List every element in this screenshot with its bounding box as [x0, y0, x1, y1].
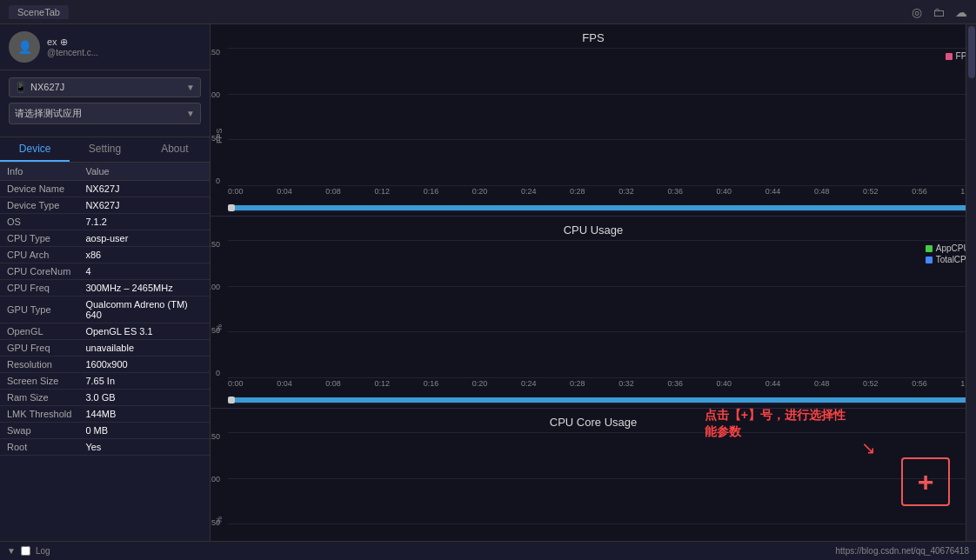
x-tick: 0:28 [570, 187, 585, 196]
legend-label: AppCPU [936, 243, 970, 253]
info-cell: OS [0, 214, 78, 230]
x-tick: 0:12 [374, 379, 390, 388]
x-tick: 0:52 [863, 379, 879, 388]
y-tick: 50 [211, 326, 220, 335]
x-tick: 0:56 [912, 379, 927, 388]
value-cell: NX627J [78, 197, 210, 214]
value-cell: x86 [78, 247, 210, 263]
value-cell: aosp-user [78, 230, 210, 247]
table-row: CPU Archx86 [0, 247, 210, 263]
table-row: CPU Freq300MHz – 2465MHz [0, 280, 210, 297]
table-row: GPU TypeQualcomm Adreno (TM) 640 [0, 297, 210, 323]
y-tick: 0 [216, 369, 220, 377]
y-tick: 100 [211, 90, 220, 99]
info-cell: Device Name [0, 181, 78, 197]
user-section: 👤 ex ⊕ @tencent.c... [0, 24, 210, 70]
arrow-down-icon: ↘ [861, 437, 876, 458]
x-tick: 0:52 [863, 187, 879, 196]
x-tick: 0:00 [228, 187, 244, 196]
value-cell: 4 [78, 263, 210, 280]
x-tick: 0:04 [277, 379, 292, 388]
x-tick: 0:32 [618, 187, 634, 196]
scrollbar-handle-left[interactable] [228, 397, 235, 403]
info-cell: CPU Type [0, 230, 78, 247]
cloud-icon[interactable]: ☁ [955, 5, 967, 19]
value-cell: 300MHz – 2465MHz [78, 280, 210, 297]
scrollbar-handle-left[interactable] [228, 204, 235, 211]
chart-title-1: CPU Usage [211, 223, 976, 237]
user-email: @tencent.c... [47, 48, 201, 57]
chart-scrollbar-0[interactable] [228, 205, 976, 212]
value-cell: 144MB [78, 406, 210, 423]
info-cell: GPU Freq [0, 340, 78, 357]
top-bar-left: SceneTab [9, 5, 69, 19]
table-row: RootYes [0, 439, 210, 456]
tab-device[interactable]: Device [0, 137, 70, 162]
avatar: 👤 [9, 31, 40, 63]
x-tick: 0:48 [814, 187, 830, 196]
bottom-bar: ▼ Log https://blog.csdn.net/qq_40676418 [0, 541, 976, 560]
main-layout: 👤 ex ⊕ @tencent.c... 📱NX627J ▼ 请选择测试应用 ▼… [0, 24, 976, 541]
x-tick: 0:36 [667, 187, 683, 196]
tab-about[interactable]: About [140, 137, 210, 162]
y-tick: 0 [216, 177, 220, 185]
col-value: Value [78, 163, 210, 181]
x-tick: 0:56 [912, 187, 927, 196]
info-cell: Swap [0, 423, 78, 439]
x-tick: 0:36 [667, 379, 683, 388]
table-row: CPU Typeaosp-user [0, 230, 210, 247]
x-tick: 0:08 [325, 379, 341, 388]
table-row: OS7.1.2 [0, 214, 210, 230]
x-tick: 0:48 [814, 379, 830, 388]
x-tick: 0:40 [717, 379, 732, 388]
device-dropdown[interactable]: 📱NX627J ▼ [9, 77, 201, 97]
info-cell: OpenGL [0, 323, 78, 340]
x-tick: 0:20 [472, 379, 488, 388]
app-dropdown[interactable]: 请选择测试应用 ▼ [9, 103, 201, 124]
value-cell: 3.0 GB [78, 390, 210, 406]
chart-panel-1: CPU Usage%1501005000:000:040:080:120:160… [211, 217, 976, 409]
info-cell: LMK Threshold [0, 406, 78, 423]
value-cell: unavailable [78, 340, 210, 357]
x-tick: 0:08 [325, 187, 341, 196]
bottom-bar-left: ▼ Log [7, 546, 50, 556]
scene-tab[interactable]: SceneTab [9, 5, 69, 19]
chart-scrollbar-1[interactable] [228, 397, 976, 404]
folder-icon[interactable]: 🗀 [933, 5, 945, 19]
chevron-down-icon-2: ▼ [186, 109, 195, 118]
tab-bar: Device Setting About [0, 137, 210, 163]
table-row: Device TypeNX627J [0, 197, 210, 214]
chart-panel-0: FPSFPS1501005000:000:040:080:120:160:200… [211, 24, 976, 217]
top-bar: SceneTab ◎ 🗀 ☁ [0, 0, 976, 24]
info-cell: CPU Freq [0, 280, 78, 297]
log-checkbox[interactable] [21, 546, 30, 556]
table-row: CPU CoreNum4 [0, 263, 210, 280]
x-tick: 0:44 [765, 379, 781, 388]
y-tick: 50 [211, 518, 220, 527]
chart-title-0: FPS [211, 31, 976, 44]
chart-title-2: CPU Core Usage [211, 416, 976, 429]
value-cell: Qualcomm Adreno (TM) 640 [78, 297, 210, 323]
x-tick: 0:40 [717, 187, 732, 196]
location-icon[interactable]: ◎ [912, 5, 922, 19]
x-tick: 0:44 [765, 187, 781, 196]
x-tick: 0:00 [228, 379, 244, 388]
content-area: FPSFPS1501005000:000:040:080:120:160:200… [211, 24, 976, 541]
expand-icon[interactable]: ▼ [7, 546, 16, 556]
scrollbar-right[interactable] [966, 24, 976, 541]
x-tick: 0:28 [570, 379, 585, 388]
scrollbar-thumb[interactable] [968, 26, 975, 78]
charts-container: FPSFPS1501005000:000:040:080:120:160:200… [211, 24, 976, 541]
value-cell: Yes [78, 439, 210, 456]
y-tick: 50 [211, 134, 220, 143]
chevron-down-icon: ▼ [186, 83, 195, 92]
device-icon: 📱 [15, 82, 27, 92]
x-tick: 0:16 [424, 379, 439, 388]
tab-setting[interactable]: Setting [70, 137, 139, 162]
table-row: Swap0 MB [0, 423, 210, 439]
x-tick: 0:12 [374, 187, 390, 196]
y-tick: 100 [211, 475, 220, 483]
x-tick: 0:24 [521, 187, 537, 196]
legend-color-dot [926, 245, 933, 252]
plus-button[interactable]: + [901, 457, 950, 506]
